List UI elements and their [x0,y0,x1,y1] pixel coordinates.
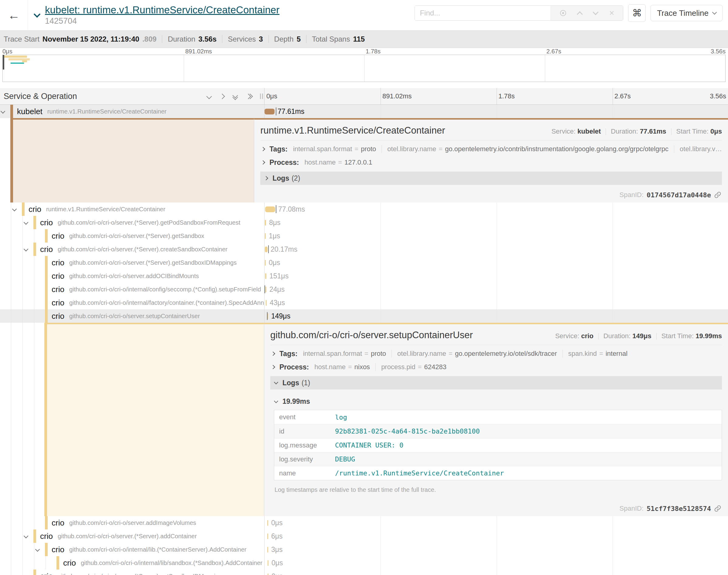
log-entry-toggle[interactable]: 19.99ms [274,397,722,406]
span-row-seccomp-setupfromfield[interactable]: criogithub.com/cri-o/cri-o/internal/conf… [0,283,728,296]
logs-accordion[interactable]: Logs(2) [260,172,722,185]
span-bar[interactable] [267,533,268,539]
indent-guide [23,269,23,283]
trace-minimap[interactable]: 0μs 891.02ms 1.78s 2.67s 3.56s [0,48,728,82]
process-row[interactable]: Process: host.name=nixos process.pid=624… [270,360,722,374]
indent-guide [23,256,23,269]
timeline-tick: 1.78s [498,92,515,100]
span-bar[interactable] [265,206,275,212]
span-row-addimagevolumes[interactable]: criogithub.com/cri-o/cri-o/server.addIma… [0,516,728,530]
indent-guide [11,516,11,530]
span-row-createsandboxcontainer[interactable]: criogithub.com/cri-o/cri-o/server.(*Serv… [0,243,728,256]
trace-header-collapse-icon[interactable] [34,11,41,18]
span-bar[interactable] [265,260,266,266]
chevron-down-icon[interactable] [35,547,40,552]
span-row-specaddannotations[interactable]: criogithub.com/cri-o/cri-o/internal/fact… [0,296,728,309]
chevron-down-icon[interactable] [24,220,29,225]
span-accent-bar [10,118,13,202]
span-service: crio [52,518,64,528]
logs-accordion[interactable]: Logs(1) [270,376,722,390]
span-duration: 8μs [269,216,280,229]
span-row-getsandboxidmappings[interactable]: criogithub.com/cri-o/cri-o/server.(*Serv… [0,256,728,269]
tags-row[interactable]: Tags: internal.span.format=proto otel.li… [270,347,722,360]
indent-guide [34,229,34,243]
span-row-sandbox-addcontainer[interactable]: criogithub.com/cri-o/cri-o/internal/lib/… [0,556,728,570]
column-resizer[interactable] [260,94,263,99]
indent-guide [34,516,34,530]
span-operation: github.com/cri-o/cri-o/server.setupConta… [69,313,200,320]
span-duration: 151μs [269,269,289,283]
span-row-kubelet-createcontainer[interactable]: kubeletruntime.v1.RuntimeService/CreateC… [0,105,728,118]
span-operation: github.com/cri-o/cri-o/server.(*Server).… [69,259,237,266]
span-bar[interactable] [267,520,268,526]
back-arrow-icon: ← [8,8,20,22]
span-bar[interactable] [265,109,274,114]
span-bar[interactable] [265,233,266,239]
span-operation: github.com/cri-o/cri-o/server.(*Server).… [58,219,240,226]
span-duration: 0μs [271,516,283,530]
collapse-all-icon[interactable] [233,94,237,99]
collapse-one-icon[interactable] [206,94,212,99]
indent-guide [34,283,34,296]
depth-value: 5 [297,35,301,43]
span-row-crio-createcontainer[interactable]: crioruntime.v1.RuntimeService/CreateCont… [0,202,728,216]
chevron-right-icon [261,147,265,151]
span-bar[interactable] [265,246,268,252]
process-row[interactable]: Process: host.name=127.0.0.1 [260,156,722,169]
indent-guide [23,296,23,309]
minimap-canvas[interactable] [2,55,726,82]
span-row-setupcontaineruser[interactable]: criogithub.com/cri-o/cri-o/server.setupC… [0,309,728,323]
minimap-tick: 0μs [2,48,12,55]
chevron-down-icon[interactable] [12,207,17,212]
indent-guide [23,309,23,323]
span-bar[interactable] [268,573,268,575]
span-operation: github.com/cri-o/cri-o/server.(*Server).… [69,233,204,240]
keyboard-shortcuts-button[interactable]: ⌘ [628,4,646,22]
indent-guide [34,296,34,309]
span-duration: 20.17ms [271,243,297,256]
chevron-down-icon[interactable] [24,247,29,252]
span-row-addocibindmounts[interactable]: criogithub.com/cri-o/cri-o/server.addOCI… [0,269,728,283]
span-operation: github.com/cri-o/cri-o/server.(*Server).… [58,246,228,253]
tags-row[interactable]: Tags: internal.span.format=proto otel.li… [260,142,722,156]
span-operation: github.com/cri-o/cri-o/server.(*Server).… [58,573,225,575]
copy-link-icon[interactable] [714,505,721,512]
copy-link-icon[interactable] [714,191,721,199]
back-button[interactable]: ← [0,0,28,30]
span-color-bar [33,216,36,229]
span-row-getpodsandboxfromrequest[interactable]: criogithub.com/cri-o/cri-o/server.(*Serv… [0,216,728,229]
expand-all-icon[interactable] [246,94,252,98]
span-row-getsandbox[interactable]: criogithub.com/cri-o/cri-o/server.(*Serv… [0,229,728,243]
span-bar[interactable] [268,560,268,566]
span-row-lib-addcontainer[interactable]: criogithub.com/cri-o/cri-o/internal/lib.… [0,543,728,556]
span-bar[interactable] [267,547,268,552]
indent-guide [45,556,46,570]
indent-guide [11,243,11,256]
viewport-scrubber-handle[interactable] [3,55,4,70]
span-bar[interactable] [265,286,266,292]
find-input[interactable] [415,6,551,20]
span-detail-setupcontaineruser: github.com/cri-o/cri-o/server.setupConta… [0,323,728,516]
trace-view-selector[interactable]: Trace Timeline [651,5,723,21]
span-boundary-tick [267,312,268,320]
command-icon: ⌘ [632,7,642,19]
span-bar[interactable] [265,273,266,279]
span-bar[interactable] [265,220,266,226]
trace-title-link[interactable]: kubelet: runtime.v1.RuntimeService/Creat… [45,5,279,15]
next-result-icon[interactable] [593,9,599,15]
chevron-down-icon[interactable] [24,534,29,539]
expand-one-icon[interactable] [219,94,225,99]
span-row-addcontainer[interactable]: criogithub.com/cri-o/cri-o/server.(*Serv… [0,530,728,543]
span-row-getsandboxidmappings-2[interactable]: criogithub.com/cri-o/cri-o/server.(*Serv… [0,570,728,575]
span-color-bar [33,570,36,575]
span-bar[interactable] [266,300,267,306]
clear-search-icon[interactable]: × [609,9,614,17]
chevron-down-icon[interactable] [1,109,5,114]
prev-result-icon[interactable] [577,11,583,17]
log-field-row: id92b82381-025c-4a64-815c-ba2e1bb08100 [274,424,722,438]
span-operation: github.com/cri-o/cri-o/server.addImageVo… [69,519,196,527]
trace-view-selector-label: Trace Timeline [657,8,708,18]
locate-icon[interactable] [560,10,566,16]
services-value: 3 [259,35,263,43]
log-field-row: log.messageCONTAINER USER: 0 [274,438,722,452]
